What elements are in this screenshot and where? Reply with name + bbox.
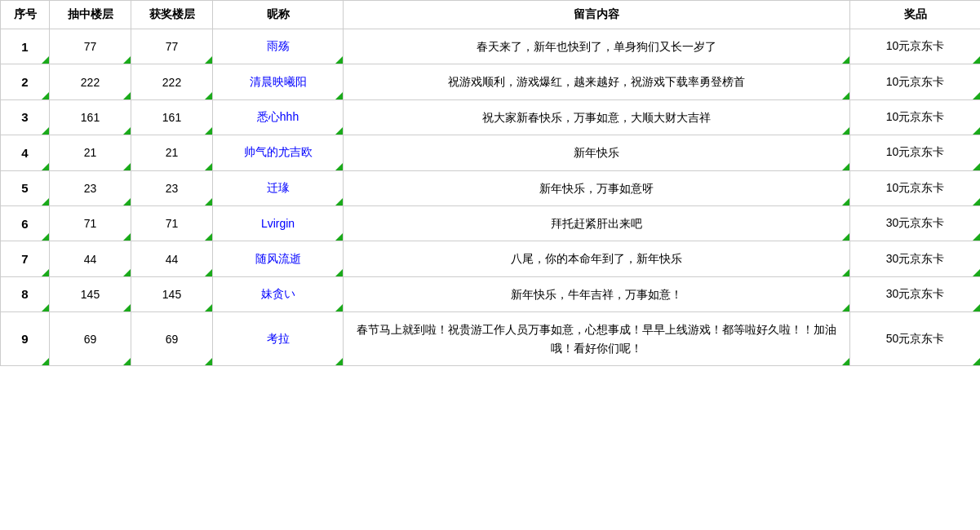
corner-marker: [205, 358, 212, 365]
row-7-cell-0: 7: [1, 241, 50, 276]
table-header-row: 序号 抽中楼层 获奖楼层 昵称 留言内容 奖品: [1, 1, 981, 29]
table-row: 74444随风流逝八尾，你的本命年到了，新年快乐30元京东卡: [1, 241, 981, 276]
row-1-cell-2: 77: [131, 29, 213, 64]
corner-marker: [123, 92, 131, 99]
corner-marker: [335, 92, 343, 99]
row-1-cell-5: 10元京东卡: [850, 29, 981, 64]
row-6-cell-3: Lvirgin: [213, 205, 344, 241]
winners-table: 序号 抽中楼层 获奖楼层 昵称 留言内容 奖品 17777雨殇春天来了，新年也快…: [0, 0, 980, 366]
corner-marker: [42, 233, 49, 241]
row-1-cell-1: 77: [50, 29, 131, 64]
row-5-cell-4: 新年快乐，万事如意呀: [344, 170, 850, 205]
corner-marker: [335, 269, 343, 276]
row-8-cell-4: 新年快乐，牛年吉祥，万事如意！: [344, 276, 850, 311]
corner-marker: [335, 304, 343, 311]
corner-marker: [205, 127, 212, 135]
corner-marker: [335, 233, 343, 241]
row-3-cell-3: 悉心hhh: [213, 99, 344, 135]
corner-marker: [842, 56, 849, 64]
corner-marker: [205, 56, 212, 64]
row-7-cell-1: 44: [50, 241, 131, 276]
corner-marker: [205, 163, 212, 170]
row-6-cell-1: 71: [50, 205, 131, 241]
table-row: 3161161悉心hhh祝大家新春快乐，万事如意，大顺大财大吉祥10元京东卡: [1, 99, 981, 135]
row-8-cell-2: 145: [131, 276, 213, 311]
row-8-cell-1: 145: [50, 276, 131, 311]
row-4-cell-0: 4: [1, 135, 50, 170]
row-7-cell-5: 30元京东卡: [850, 241, 981, 276]
table-row: 52323迁瑑新年快乐，万事如意呀10元京东卡: [1, 170, 981, 205]
row-1-cell-4: 春天来了，新年也快到了，单身狗们又长一岁了: [344, 29, 850, 64]
corner-marker: [973, 233, 980, 241]
row-9-cell-5: 50元京东卡: [850, 312, 981, 366]
corner-marker: [973, 163, 980, 170]
table-row: 8145145妹贪い新年快乐，牛年吉祥，万事如意！30元京东卡: [1, 276, 981, 311]
row-4-cell-3: 帅气的尤吉欧: [213, 135, 344, 170]
corner-marker: [123, 127, 131, 135]
corner-marker: [123, 163, 131, 170]
header-prize: 奖品: [850, 1, 981, 29]
header-msg: 留言内容: [344, 1, 850, 29]
corner-marker: [842, 92, 849, 99]
corner-marker: [335, 127, 343, 135]
row-5-cell-5: 10元京东卡: [850, 170, 981, 205]
row-3-cell-2: 161: [131, 99, 213, 135]
row-2-cell-5: 10元京东卡: [850, 64, 981, 99]
row-9-cell-1: 69: [50, 312, 131, 366]
corner-marker: [973, 304, 980, 311]
table-row: 42121帅气的尤吉欧新年快乐10元京东卡: [1, 135, 981, 170]
row-5-cell-2: 23: [131, 170, 213, 205]
row-6-cell-4: 拜托赶紧肝出来吧: [344, 205, 850, 241]
corner-marker: [205, 198, 212, 205]
corner-marker: [123, 304, 131, 311]
row-1-cell-3: 雨殇: [213, 29, 344, 64]
row-2-cell-0: 2: [1, 64, 50, 99]
row-9-cell-0: 9: [1, 312, 50, 366]
row-5-cell-1: 23: [50, 170, 131, 205]
header-seq: 序号: [1, 1, 50, 29]
corner-marker: [973, 127, 980, 135]
row-9-cell-2: 69: [131, 312, 213, 366]
row-6-cell-0: 6: [1, 205, 50, 241]
header-award-floor: 获奖楼层: [131, 1, 213, 29]
row-4-cell-4: 新年快乐: [344, 135, 850, 170]
row-8-cell-0: 8: [1, 276, 50, 311]
corner-marker: [973, 358, 980, 365]
corner-marker: [42, 358, 49, 365]
row-5-cell-3: 迁瑑: [213, 170, 344, 205]
row-8-cell-5: 30元京东卡: [850, 276, 981, 311]
corner-marker: [842, 358, 849, 365]
row-9-cell-3: 考拉: [213, 312, 344, 366]
corner-marker: [42, 56, 49, 64]
corner-marker: [42, 269, 49, 276]
header-nick: 昵称: [213, 1, 344, 29]
main-table-container: 序号 抽中楼层 获奖楼层 昵称 留言内容 奖品 17777雨殇春天来了，新年也快…: [0, 0, 980, 366]
corner-marker: [842, 198, 849, 205]
corner-marker: [973, 56, 980, 64]
row-3-cell-4: 祝大家新春快乐，万事如意，大顺大财大吉祥: [344, 99, 850, 135]
row-3-cell-5: 10元京东卡: [850, 99, 981, 135]
corner-marker: [335, 163, 343, 170]
row-9-cell-4: 春节马上就到啦！祝贵游工作人员万事如意，心想事成！早早上线游戏！都等啦好久啦！！…: [344, 312, 850, 366]
row-1-cell-0: 1: [1, 29, 50, 64]
table-row: 2222222清晨映曦阳祝游戏顺利，游戏爆红，越来越好，祝游戏下载率勇登榜首10…: [1, 64, 981, 99]
corner-marker: [205, 92, 212, 99]
corner-marker: [123, 198, 131, 205]
corner-marker: [842, 269, 849, 276]
row-8-cell-3: 妹贪い: [213, 276, 344, 311]
corner-marker: [973, 269, 980, 276]
row-6-cell-5: 30元京东卡: [850, 205, 981, 241]
corner-marker: [42, 92, 49, 99]
corner-marker: [842, 127, 849, 135]
corner-marker: [123, 233, 131, 241]
row-3-cell-0: 3: [1, 99, 50, 135]
corner-marker: [842, 233, 849, 241]
row-3-cell-1: 161: [50, 99, 131, 135]
row-5-cell-0: 5: [1, 170, 50, 205]
corner-marker: [123, 358, 131, 365]
row-4-cell-1: 21: [50, 135, 131, 170]
row-6-cell-2: 71: [131, 205, 213, 241]
corner-marker: [205, 304, 212, 311]
corner-marker: [973, 92, 980, 99]
row-7-cell-3: 随风流逝: [213, 241, 344, 276]
